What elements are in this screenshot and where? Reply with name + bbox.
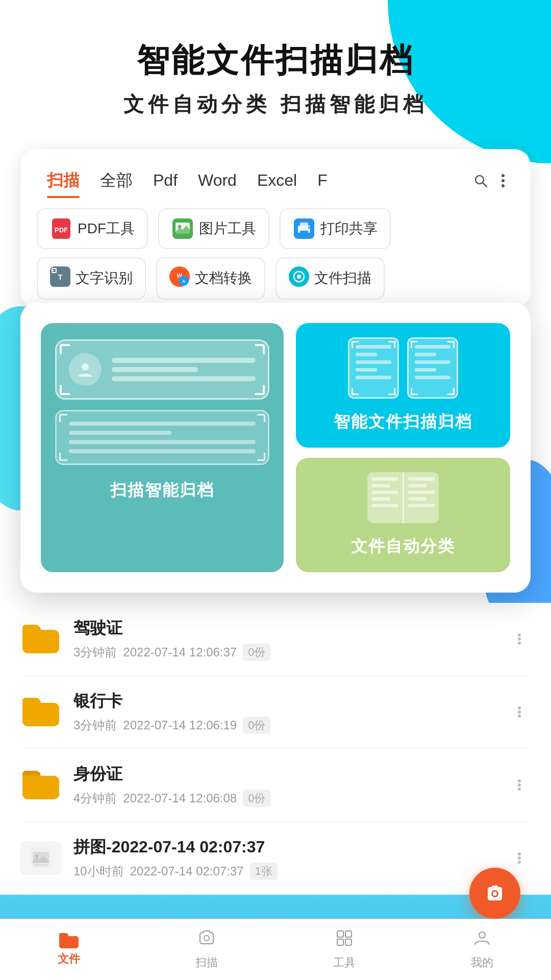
folder-yellow-icon [22, 698, 59, 726]
svg-point-42 [518, 861, 521, 864]
svg-point-41 [518, 856, 521, 860]
nav-tools[interactable]: 工具 [276, 919, 413, 980]
feature-scan-label: 扫描智能归档 [110, 479, 214, 502]
item-count: 0份 [243, 717, 270, 734]
list-item[interactable]: 身份证 4分钟前 2022-07-14 12:06:08 0份 [20, 749, 531, 822]
tab-scan[interactable]: 扫描 [37, 165, 90, 196]
img-tool-label: 图片工具 [199, 219, 256, 238]
list-item[interactable]: 拼图-2022-07-14 02:07:37 10小时前 2022-07-14 … [20, 822, 531, 895]
print-icon [293, 217, 315, 240]
nav-scan-label: 扫描 [195, 955, 218, 970]
tab-bar: 扫描 全部 Pdf Word Excel F [37, 165, 514, 196]
svg-point-4 [502, 184, 505, 187]
scan-tool-button[interactable]: 文件扫描 [276, 257, 385, 300]
image-icon [171, 217, 194, 240]
folder-yellow-icon [22, 771, 59, 799]
item-meta: 4分钟前 2022-07-14 12:06:08 0份 [73, 790, 496, 807]
nav-files-label: 文件 [58, 951, 80, 967]
tab-word[interactable]: Word [188, 167, 247, 194]
nav-files[interactable]: 文件 [0, 919, 138, 980]
svg-rect-48 [337, 939, 343, 945]
ocr-tool-label: 文字识别 [76, 268, 133, 288]
svg-point-29 [518, 642, 521, 645]
book-icon-preview [367, 472, 439, 523]
nav-grid-icon [335, 929, 354, 952]
item-time-ago: 10小时前 [73, 863, 124, 879]
doc-icon-1 [348, 337, 399, 399]
svg-text:T: T [58, 273, 63, 281]
search-button[interactable] [469, 169, 492, 192]
svg-point-44 [493, 892, 497, 896]
scan-icon [289, 266, 309, 290]
svg-line-1 [483, 183, 487, 187]
print-tool-label: 打印共享 [320, 219, 378, 238]
nav-tools-label: 工具 [333, 955, 356, 970]
feature-auto-classify[interactable]: 文件自动分类 [296, 458, 510, 572]
tab-excel[interactable]: Excel [247, 167, 307, 194]
svg-point-28 [518, 638, 521, 641]
card-lines [112, 358, 256, 381]
svg-point-40 [518, 852, 521, 855]
feature-right-panel: 智能文件扫描归档 文 [296, 323, 510, 572]
camera-fab-button[interactable] [469, 868, 520, 919]
nav-scan[interactable]: 扫描 [138, 919, 276, 980]
main-title: 智能文件扫描归档 [31, 41, 520, 80]
tool-row-1: PDF PDF工具 图片工具 [37, 208, 514, 249]
folder-icon [20, 623, 61, 655]
more-options-button[interactable] [492, 169, 514, 192]
doc-card-preview [55, 410, 269, 465]
item-info: 银行卡 3分钟前 2022-07-14 12:06:19 0份 [73, 690, 496, 734]
svg-rect-12 [300, 231, 308, 236]
print-tool-button[interactable]: 打印共享 [280, 208, 391, 249]
item-name: 驾驶证 [73, 617, 496, 640]
item-more-button[interactable] [508, 847, 531, 869]
svg-point-35 [518, 788, 521, 791]
image-thumbnail [20, 842, 61, 874]
folder-icon [20, 696, 61, 728]
item-time-ago: 3分钟前 [73, 717, 117, 733]
svg-point-32 [518, 715, 521, 718]
svg-point-25 [297, 275, 301, 279]
tab-pdf[interactable]: Pdf [143, 167, 188, 194]
svg-rect-49 [345, 939, 352, 945]
svg-point-34 [518, 783, 521, 787]
item-info: 身份证 4分钟前 2022-07-14 12:06:08 0份 [73, 763, 496, 807]
id-card-preview [55, 339, 269, 400]
sub-title: 文件自动分类 扫描智能归档 [31, 90, 520, 118]
list-item[interactable]: 驾驶证 3分钟前 2022-07-14 12:06:37 0份 [20, 603, 531, 676]
feature-scan-archive[interactable]: 扫描智能归档 [41, 323, 284, 572]
svg-point-33 [518, 779, 521, 782]
item-more-button[interactable] [508, 701, 531, 723]
ocr-icon: T [50, 266, 70, 290]
convert-tool-button[interactable]: W A 文档转换 [156, 257, 265, 300]
item-name: 拼图-2022-07-14 02:07:37 [73, 836, 496, 859]
item-name: 身份证 [73, 763, 496, 786]
convert-tool-label: 文档转换 [195, 268, 252, 288]
main-card: 扫描 全部 Pdf Word Excel F PDF [20, 149, 531, 308]
pdf-tool-button[interactable]: PDF PDF工具 [37, 208, 148, 249]
svg-rect-13 [300, 223, 308, 227]
item-count: 1张 [250, 863, 278, 880]
nav-folder-icon [59, 933, 79, 948]
item-date: 2022-07-14 02:07:37 [130, 864, 244, 878]
svg-text:PDF: PDF [55, 226, 68, 234]
nav-mine-label: 我的 [471, 955, 493, 970]
item-more-button[interactable] [508, 628, 531, 650]
feature-classify-label: 文件自动分类 [351, 535, 455, 558]
item-more-button[interactable] [508, 774, 531, 796]
tab-f[interactable]: F [307, 167, 338, 194]
item-date: 2022-07-14 12:06:08 [123, 791, 237, 805]
feature-card: 扫描智能归档 [20, 303, 531, 593]
img-tool-button[interactable]: 图片工具 [158, 208, 269, 249]
tab-all[interactable]: 全部 [90, 165, 143, 196]
nav-mine[interactable]: 我的 [413, 919, 551, 980]
item-info: 驾驶证 3分钟前 2022-07-14 12:06:37 0份 [73, 617, 496, 661]
ocr-tool-button[interactable]: T 文字识别 [37, 257, 146, 300]
svg-point-14 [308, 227, 310, 229]
item-meta: 3分钟前 2022-07-14 12:06:19 0份 [73, 717, 496, 734]
feature-smart-scan[interactable]: 智能文件扫描归档 [296, 323, 510, 448]
list-item[interactable]: 银行卡 3分钟前 2022-07-14 12:06:19 0份 [20, 676, 531, 749]
doc-pair-preview [348, 337, 458, 399]
scan-tool-label: 文件扫描 [314, 268, 371, 288]
pdf-tool-label: PDF工具 [78, 219, 135, 238]
